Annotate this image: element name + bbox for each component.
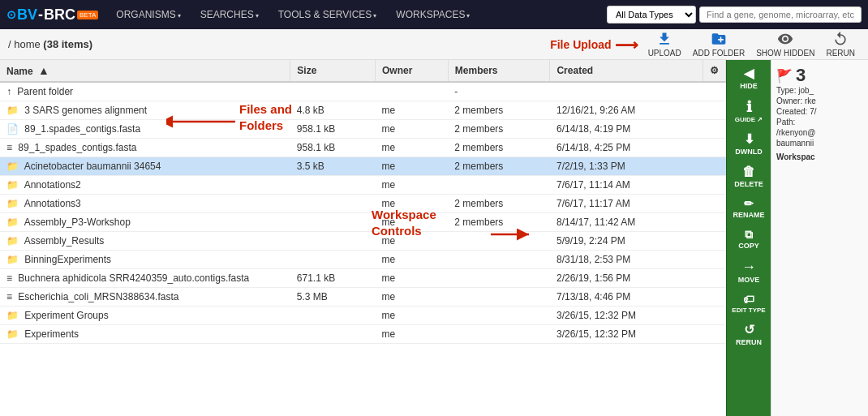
table-row[interactable]: 📁 3 SARS genomes alignment 4.8 kB me 2 m… <box>0 101 726 120</box>
rename-icon: ✏ <box>744 198 754 209</box>
table-row[interactable]: 📁 Assembly_Results me 5/9/19, 2:24 PM <box>0 232 726 251</box>
upload-button[interactable]: UPLOAD <box>643 29 686 59</box>
file-members-cell: 2 members <box>448 101 550 120</box>
file-type-icon: 📁 <box>6 179 19 191</box>
table-row[interactable]: 📁 Acinetobacter baumannii 34654 3.5 kB m… <box>0 157 726 176</box>
table-row[interactable]: ≡ Escherichia_coli_MRSN388634.fasta 5.3 … <box>0 288 726 307</box>
file-size-cell <box>290 325 376 344</box>
file-name-cell: 📁 Experiment Groups <box>0 307 290 325</box>
table-row[interactable]: 📁 Annotations3 me 2 members 7/6/17, 11:1… <box>0 195 726 213</box>
file-owner-cell: me <box>376 232 449 251</box>
file-members-cell <box>448 288 550 307</box>
file-size-cell <box>290 232 376 251</box>
file-type-icon: 📁 <box>6 328 19 340</box>
rename-button[interactable]: ✏ RENAME <box>728 194 769 223</box>
file-owner-cell: me <box>376 213 449 232</box>
rerun-button[interactable]: ↺ RERUN <box>728 320 769 350</box>
right-panel: ◀ HIDE ℹ GUIDE ↗ ⬇ DWNLD 🗑 DELETE ✏ RENA… <box>726 60 771 416</box>
table-row[interactable]: 📁 Experiments me 3/26/15, 12:32 PM <box>0 325 726 344</box>
move-button[interactable]: → MOVE <box>728 255 769 288</box>
file-created-cell: 6/14/18, 4:19 PM <box>550 120 703 139</box>
file-members-cell: 2 members <box>448 213 550 232</box>
file-name: 89_1.spades_contigs.fasta <box>24 123 140 135</box>
rerun-toolbar-button[interactable]: RERUN <box>821 29 860 59</box>
table-row[interactable]: ≡ 89_1_spades_contigs.fasta 958.1 kB me … <box>0 139 726 157</box>
file-name: Parent folder <box>17 86 73 97</box>
nav-searches[interactable]: SEARCHES▾ <box>192 6 267 24</box>
file-name: Experiment Groups <box>24 310 108 321</box>
show-hidden-button[interactable]: SHOW HIDDEN <box>751 29 819 59</box>
col-name-header[interactable]: Name ▲ <box>0 60 290 82</box>
file-type-icon: 📁 <box>6 161 19 172</box>
file-options-cell <box>703 307 726 325</box>
table-row[interactable]: 📁 Experiment Groups me 3/26/15, 12:32 PM <box>0 307 726 325</box>
file-created-cell <box>550 82 703 101</box>
file-members-cell: 2 members <box>448 120 550 139</box>
file-created-cell: 7/13/18, 4:46 PM <box>550 288 703 307</box>
file-size-cell: 5.3 MB <box>290 288 376 307</box>
table-row[interactable]: 📁 Annotations2 me 7/6/17, 11:14 AM <box>0 176 726 195</box>
file-name: 89_1_spades_contigs.fasta <box>18 142 136 153</box>
file-upload-label-group: File Upload ⟶ <box>550 35 638 54</box>
file-created-cell: 7/2/19, 1:33 PM <box>550 157 703 176</box>
sort-icon: ▲ <box>38 64 49 77</box>
hide-button[interactable]: ◀ HIDE <box>728 63 769 94</box>
nav-workspaces[interactable]: WORKSPACES▾ <box>388 6 478 24</box>
table-row[interactable]: ↑ Parent folder - <box>0 82 726 101</box>
file-type-icon: 📁 <box>6 235 19 247</box>
copy-icon: ⧉ <box>745 229 753 240</box>
flag-icon: 🚩 <box>776 68 793 84</box>
file-type-icon: ≡ <box>6 142 12 153</box>
delete-button[interactable]: 🗑 DELETE <box>728 161 769 192</box>
nav-organisms[interactable]: ORGANISMS▾ <box>108 6 188 24</box>
file-type-icon: 📁 <box>6 310 19 321</box>
file-options-cell <box>703 288 726 307</box>
file-name-cell: 📁 Experiments <box>0 325 290 344</box>
file-options-cell <box>703 82 726 101</box>
download-button[interactable]: ⬇ DWNLD <box>728 129 769 160</box>
file-name: 3 SARS genomes alignment <box>24 105 147 116</box>
file-name: Escherichia_coli_MRSN388634.fasta <box>18 291 178 302</box>
file-size-cell <box>290 195 376 213</box>
search-input[interactable] <box>699 6 862 23</box>
file-type-icon: ↑ <box>6 86 11 97</box>
file-size-cell: 958.1 kB <box>290 120 376 139</box>
table-row[interactable]: 📄 89_1.spades_contigs.fasta 958.1 kB me … <box>0 120 726 139</box>
file-size-cell <box>290 82 376 101</box>
guide-button[interactable]: ℹ GUIDE ↗ <box>728 96 769 127</box>
edit-type-button[interactable]: 🏷 EDIT TYPE <box>728 289 769 318</box>
download-icon: ⬇ <box>744 133 754 146</box>
file-members-cell: 2 members <box>448 157 550 176</box>
col-settings-header: ⚙ <box>703 60 726 82</box>
file-created-cell: 12/16/21, 9:26 AM <box>550 101 703 120</box>
logo: ⊙ BV - BRC BETA <box>6 6 98 24</box>
file-members-cell <box>448 251 550 269</box>
file-owner-cell: me <box>376 120 449 139</box>
copy-button[interactable]: ⧉ COPY <box>728 225 769 254</box>
file-name: Acinetobacter baumannii 34654 <box>24 161 161 172</box>
info-type: Type: job_ <box>776 86 863 95</box>
file-members-cell: 2 members <box>448 195 550 213</box>
file-owner-cell: me <box>376 176 449 195</box>
file-options-cell <box>703 157 726 176</box>
table-row[interactable]: ≡ Buchnera aphidicola SRR4240359_auto.co… <box>0 269 726 288</box>
file-name-cell: 📁 Annotations2 <box>0 176 290 195</box>
table-row[interactable]: 📁 BinningExperiments me 8/31/18, 2:53 PM <box>0 251 726 269</box>
hide-icon: ◀ <box>744 67 754 80</box>
logo-brc: BRC <box>44 6 75 24</box>
file-type-icon: 📁 <box>6 105 19 116</box>
file-name: Assembly_Results <box>24 235 105 247</box>
col-size-header: Size <box>290 60 376 82</box>
file-name: BinningExperiments <box>24 254 111 265</box>
data-type-select[interactable]: All Data Types <box>607 6 696 24</box>
nav-tools[interactable]: TOOLS & SERVICES▾ <box>270 6 385 24</box>
file-table-wrapper[interactable]: Name ▲ Size Owner Members Created ⚙ ↑ Pa… <box>0 60 726 416</box>
file-members-cell <box>448 232 550 251</box>
file-owner-cell: me <box>376 139 449 157</box>
file-size-cell <box>290 176 376 195</box>
add-folder-button[interactable]: ADD FOLDER <box>688 29 750 59</box>
table-row[interactable]: 📁 Assembly_P3-Workshop me 2 members 8/14… <box>0 213 726 232</box>
file-name: Annotations2 <box>24 179 81 191</box>
main-layout: Name ▲ Size Owner Members Created ⚙ ↑ Pa… <box>0 60 868 416</box>
toolbar: / home (38 items) File Upload ⟶ UPLOAD A… <box>0 29 868 60</box>
